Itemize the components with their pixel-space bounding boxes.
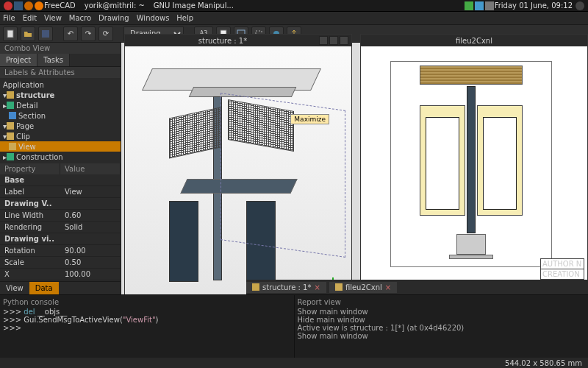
tree-item[interactable]: ▸ Construction	[0, 152, 121, 162]
taskbar-app[interactable]: FreeCAD	[44, 1, 76, 10]
doc-tab[interactable]: fileu2Cxnl×	[329, 282, 397, 293]
prop-key: Line Width	[0, 210, 60, 221]
tab-tasks[interactable]: Tasks	[37, 54, 70, 66]
tree-item[interactable]: ▾ Page	[0, 121, 121, 131]
panel-title: Python console	[3, 297, 291, 308]
window-titlebar[interactable]: fileu2Cxnl	[361, 35, 587, 46]
prop-group: Drawing V..	[0, 198, 60, 209]
doc-tab[interactable]: structure : 1*×	[246, 282, 326, 293]
close-button[interactable]	[340, 36, 348, 45]
save-icon[interactable]	[38, 26, 53, 41]
log-line: Show main window	[298, 308, 586, 316]
svg-rect-1	[42, 30, 49, 38]
tooltip: Maximize	[290, 114, 329, 124]
tray-icon[interactable]	[485, 1, 494, 10]
window-titlebar[interactable]: structure : 1*	[125, 35, 351, 46]
prop-key: Label	[0, 186, 60, 197]
window-title: fileu2Cxnl	[364, 37, 584, 45]
close-icon[interactable]: ×	[314, 283, 320, 291]
prop-key: Rotation	[0, 245, 60, 256]
document-tabs: structure : 1*× fileu2Cxnl×	[246, 280, 588, 294]
prop-value[interactable]: Solid	[60, 222, 121, 233]
browser-icon[interactable]	[24, 1, 33, 10]
combo-view-panel: Combo View Project Tasks Labels & Attrib…	[0, 43, 121, 294]
tree-root[interactable]: Application	[0, 79, 121, 90]
mdi-area: structure : 1* Maximize	[121, 43, 588, 294]
prop-value[interactable]: 0.50	[60, 257, 121, 268]
blender-icon[interactable]	[35, 1, 43, 10]
log-line: Show main window	[298, 332, 586, 340]
undo-icon[interactable]: ↶	[63, 26, 78, 41]
col-property: Property	[0, 163, 60, 174]
menu-file[interactable]: File	[3, 14, 15, 22]
menubar: File Edit View Macro Drawing Windows Hel…	[0, 12, 588, 25]
tree-item[interactable]: ▾ Clip	[0, 131, 121, 141]
prop-group: Drawing vi..	[0, 233, 60, 244]
new-icon[interactable]	[3, 26, 18, 41]
system-panel: FreeCAD yorik@mithril: ~ GNU Image Manip…	[0, 0, 588, 12]
prop-key: Scale	[0, 257, 60, 268]
prop-value[interactable]: 0.60	[60, 210, 121, 221]
svg-rect-0	[7, 30, 13, 38]
prop-key: Rendering	[0, 222, 60, 233]
files-icon[interactable]	[14, 1, 23, 10]
tree-doc[interactable]: ▾ structure	[0, 90, 121, 100]
distro-icon[interactable]	[4, 1, 12, 10]
tab-data[interactable]: Data	[29, 282, 59, 294]
model-tree[interactable]: Application ▾ structure ▸ Detail Section…	[0, 78, 121, 163]
tree-item[interactable]: Section	[0, 110, 121, 121]
page-icon	[7, 122, 14, 130]
statusbar: 544.02 x 580.65 mm	[0, 358, 588, 368]
window-3d[interactable]: structure : 1* Maximize	[124, 34, 352, 305]
doc-icon	[7, 91, 14, 99]
prop-value[interactable]: View	[60, 186, 121, 197]
menu-drawing[interactable]: Drawing	[98, 14, 129, 22]
window-title: structure : 1*	[128, 37, 318, 45]
taskbar-app[interactable]: yorik@mithril: ~	[85, 1, 145, 10]
drawing-viewport[interactable]: AUTHOR N CREATION SUPERVIS CHECK DA	[361, 46, 587, 304]
section-icon	[9, 112, 16, 119]
panel-title: Report view	[298, 297, 586, 308]
tree-item[interactable]: ▸ Detail	[0, 100, 121, 110]
tray-icon[interactable]	[475, 1, 484, 10]
maximize-button[interactable]	[329, 36, 338, 45]
tree-item-selected[interactable]: View	[0, 141, 121, 152]
log-line: Active view is structure : 1[*] (at 0x4d…	[298, 324, 586, 332]
tray-icon[interactable]	[465, 1, 473, 10]
tab-view[interactable]: View	[0, 282, 29, 294]
clip-icon	[7, 132, 14, 140]
redo-icon[interactable]: ↷	[81, 26, 96, 41]
report-view[interactable]: Report view Show main window Hide main w…	[295, 295, 589, 358]
open-icon[interactable]	[21, 26, 35, 41]
window-drawing[interactable]: fileu2Cxnl AUTHOR N CREATION S	[360, 34, 588, 305]
col-value: Value	[60, 163, 121, 174]
status-dimensions: 544.02 x 580.65 mm	[505, 359, 582, 367]
menu-edit[interactable]: Edit	[23, 14, 37, 22]
panel-title: Combo View	[0, 43, 121, 54]
doc-icon	[252, 283, 259, 291]
taskbar-app[interactable]: GNU Image Manipul...	[154, 1, 234, 10]
minimize-button[interactable]	[319, 36, 328, 45]
prop-value[interactable]: 90.00	[60, 245, 121, 256]
prop-value[interactable]: 100.00	[60, 269, 121, 280]
menu-windows[interactable]: Windows	[137, 14, 170, 22]
close-icon[interactable]: ×	[385, 283, 391, 291]
property-panel: PropertyValue Base LabelView Drawing V..…	[0, 163, 121, 281]
group-icon	[7, 102, 14, 109]
tab-project[interactable]: Project	[0, 54, 37, 66]
prop-key: X	[0, 269, 60, 280]
prop-group: Base	[0, 174, 60, 185]
doc-icon	[335, 283, 343, 291]
clock[interactable]: Friday 01 June, 09:12	[495, 1, 573, 10]
menu-macro[interactable]: Macro	[69, 14, 91, 22]
menu-help[interactable]: Help	[176, 14, 193, 22]
log-line: Hide main window	[298, 316, 586, 324]
power-icon[interactable]	[576, 1, 584, 10]
view-icon	[9, 143, 16, 150]
tree-header: Labels & Attributes	[0, 67, 121, 78]
3d-viewport[interactable]: Maximize	[125, 46, 351, 304]
python-console[interactable]: Python console >>> del __objs__ >>> Gui.…	[0, 295, 295, 358]
group-icon	[7, 153, 14, 160]
menu-view[interactable]: View	[44, 14, 62, 22]
refresh-icon[interactable]: ⟳	[98, 26, 113, 41]
